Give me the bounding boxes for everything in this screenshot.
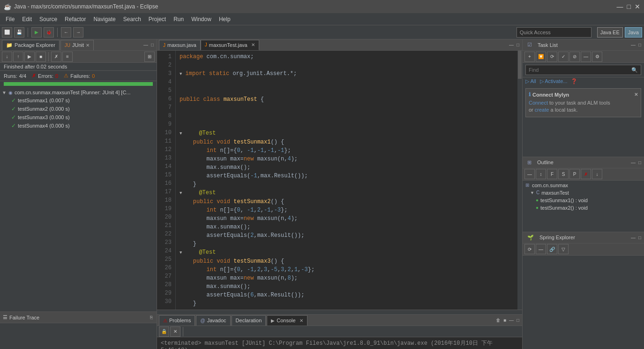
stop-console[interactable]: ■ <box>502 318 507 323</box>
spring-refresh[interactable]: ⟳ <box>524 244 535 254</box>
activate-link[interactable]: ▷ Activate... <box>540 78 568 84</box>
tab-declaration[interactable]: Declaration <box>232 315 266 326</box>
all-link[interactable]: ▷ All <box>525 78 536 84</box>
menu-edit[interactable]: Edit <box>18 15 36 23</box>
junit-history[interactable]: ≡ <box>62 52 73 62</box>
next-edit-button[interactable]: → <box>73 27 83 38</box>
test-suite-item[interactable]: ▼ ◉ com.cn.sunmax.maxsunTest [Runner: JU… <box>0 89 157 96</box>
outline-item-pkg[interactable]: ⊞ com.cn.sunmax <box>523 182 644 189</box>
maximize-button[interactable]: □ <box>627 3 631 10</box>
test-item-4[interactable]: ✓ testSunmax4 (0.000 s) <box>0 121 157 130</box>
editor-tab-close[interactable]: ✕ <box>251 42 255 47</box>
menu-window[interactable]: Window <box>187 15 215 23</box>
minimize-task-list[interactable]: — <box>630 42 637 47</box>
find-box[interactable]: 🔍 <box>525 65 641 75</box>
minimize-editor[interactable]: — <box>508 42 515 47</box>
tab-javadoc[interactable]: @ Javadoc <box>196 315 230 326</box>
maximize-outline[interactable]: □ <box>637 160 642 165</box>
minimize-bottom[interactable]: — <box>508 318 515 323</box>
minimize-spring[interactable]: — <box>630 235 637 240</box>
maximize-task-list[interactable]: □ <box>637 42 642 47</box>
create-link[interactable]: create <box>535 107 549 113</box>
tab-junit[interactable]: JU JUnit ✕ <box>60 40 94 50</box>
outline-item-method2[interactable]: ● testSunmax2() : void <box>523 204 644 212</box>
menu-navigate[interactable]: Navigate <box>90 15 119 23</box>
task-filter[interactable]: 🔽 <box>536 52 546 62</box>
junit-prev-failure[interactable]: ↑ <box>13 52 23 62</box>
tab-console[interactable]: ▶ Console ✕ <box>267 315 307 326</box>
task-activate[interactable]: ✓ <box>558 52 569 62</box>
runs-label: Runs: <box>4 73 17 79</box>
task-sync[interactable]: ⟳ <box>547 52 557 62</box>
spring-collapse[interactable]: — <box>536 244 546 254</box>
outline-hide-fields[interactable]: F <box>547 169 557 179</box>
test-item-2[interactable]: ✓ testSunmax2 (0.000 s) <box>0 105 157 113</box>
debug-button[interactable]: 🐞 <box>44 27 54 38</box>
task-new[interactable]: + <box>524 52 535 62</box>
console-tab-close[interactable]: ✕ <box>300 318 303 323</box>
editor-tab-maxsuntest[interactable]: J maxsunTest.java ✕ <box>201 40 259 50</box>
connect-link[interactable]: Connect <box>529 100 548 106</box>
outline-item-class[interactable]: ▼ C maxsunTest <box>523 189 644 197</box>
editor-horizontal-scrollbar[interactable] <box>157 310 522 314</box>
menu-project[interactable]: Project <box>145 15 170 23</box>
task-deactivate[interactable]: ⊘ <box>569 52 580 62</box>
java-perspective[interactable]: Java <box>625 27 642 38</box>
task-settings[interactable]: ⚙ <box>592 52 602 62</box>
console-clear[interactable]: ✕ <box>170 326 180 337</box>
java-ee-perspective[interactable]: Java EE <box>597 27 623 38</box>
outline-next-annotation[interactable]: ↓ <box>592 169 602 179</box>
save-button[interactable]: 💾 <box>14 27 24 38</box>
menu-file[interactable]: File <box>2 15 18 23</box>
outline-error-indicator[interactable]: ✗ <box>581 169 591 179</box>
junit-show-failures[interactable]: ✗ <box>51 52 61 62</box>
code-content[interactable]: package com.cn.sunmax; ▼ import static o… <box>176 51 517 310</box>
test-item-1[interactable]: ✓ testSunmax1 (0.007 s) <box>0 96 157 105</box>
maximize-bottom[interactable]: □ <box>516 318 520 323</box>
failure-trace-copy[interactable]: ⎘ <box>149 315 154 320</box>
outline-sort[interactable]: ↕ <box>536 169 546 179</box>
console-scroll-lock[interactable]: 🔒 <box>159 326 169 337</box>
maximize-left-panel[interactable]: □ <box>150 42 155 47</box>
bottom-tab-bar: ⚠ Problems @ Javadoc Declaration ▶ Conso… <box>157 315 522 326</box>
new-button[interactable]: ⬜ <box>2 27 12 38</box>
task-collapse[interactable]: — <box>581 52 591 62</box>
minimize-button[interactable]: — <box>617 3 623 10</box>
junit-rerun[interactable]: ▶ <box>24 52 35 62</box>
menu-search[interactable]: Search <box>120 15 145 23</box>
outline-collapse[interactable]: — <box>524 169 535 179</box>
maximize-editor[interactable]: □ <box>516 42 520 47</box>
editor-scrollbar-thumb[interactable] <box>518 51 522 79</box>
tab-problems[interactable]: ⚠ Problems <box>159 315 195 326</box>
menu-refactor[interactable]: Refactor <box>61 15 90 23</box>
spring-down[interactable]: ▽ <box>558 244 569 254</box>
tab-package-explorer[interactable]: 📁 Package Explorer <box>2 40 60 50</box>
menu-source[interactable]: Source <box>36 15 61 23</box>
minimize-left-panel[interactable]: — <box>142 42 149 47</box>
maximize-spring[interactable]: □ <box>637 235 642 240</box>
outline-item-method1[interactable]: ● testSunmax1() : void <box>523 197 644 204</box>
method-icon-2: ● <box>536 205 539 210</box>
editor-vertical-scrollbar[interactable] <box>517 51 522 310</box>
prev-edit-button[interactable]: ← <box>61 27 71 38</box>
quick-access-box[interactable]: Quick Access <box>517 27 592 38</box>
test-item-3[interactable]: ✓ testSunmax3 (0.000 s) <box>0 113 157 121</box>
minimize-outline[interactable]: — <box>630 160 637 165</box>
connect-mylyn-close[interactable]: ✕ <box>634 92 638 97</box>
menu-help[interactable]: Help <box>215 15 234 23</box>
outline-hide-nonpublic[interactable]: P <box>569 169 580 179</box>
run-button[interactable]: ▶ <box>31 27 42 38</box>
junit-stop[interactable]: ■ <box>36 52 46 62</box>
junit-tab-close[interactable]: ✕ <box>86 43 90 48</box>
clear-console[interactable]: 🗑 <box>495 318 502 323</box>
find-input[interactable] <box>529 67 629 73</box>
outline-hide-static[interactable]: S <box>558 169 569 179</box>
menu-run[interactable]: Run <box>170 15 187 23</box>
close-button[interactable]: ✕ <box>635 3 640 10</box>
help-icon[interactable]: ❓ <box>571 78 577 84</box>
spring-link[interactable]: 🔗 <box>547 244 557 254</box>
junit-layout[interactable]: ⊞ <box>144 52 155 62</box>
code-line-21: max.sunmax(); <box>180 223 514 231</box>
editor-tab-maxsun[interactable]: J maxsun.java <box>159 40 201 50</box>
junit-next-failure[interactable]: ↓ <box>2 52 12 62</box>
